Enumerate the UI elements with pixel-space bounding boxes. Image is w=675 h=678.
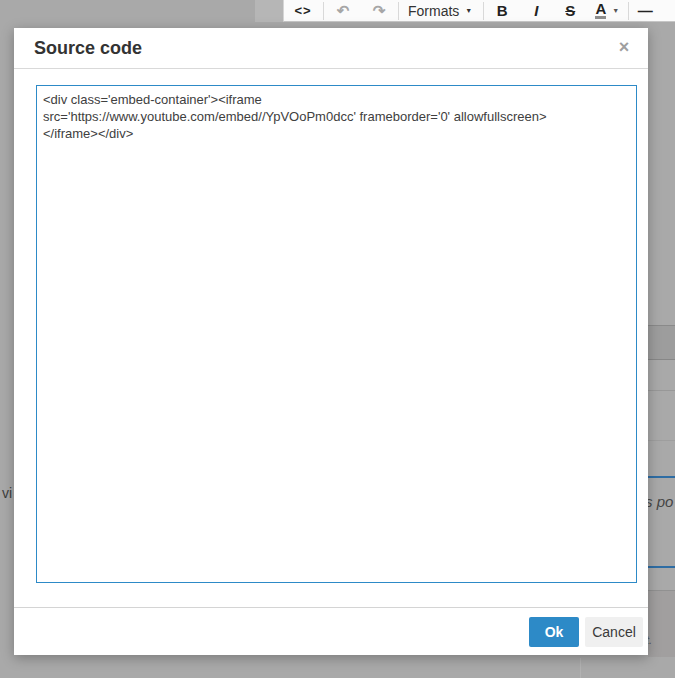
background-text-fragment-left: vi bbox=[2, 485, 12, 501]
text-color-button[interactable]: A ▼ bbox=[587, 0, 627, 22]
redo-icon[interactable]: ↷ bbox=[361, 0, 397, 22]
toolbar-separator bbox=[398, 2, 399, 20]
strikethrough-button[interactable]: S bbox=[553, 0, 587, 22]
chevron-down-icon: ▼ bbox=[465, 7, 472, 14]
background-divider-fragment bbox=[580, 658, 581, 678]
background-panel-fragment bbox=[648, 325, 675, 360]
formats-label: Formats bbox=[408, 3, 459, 19]
focused-field-border-fragment bbox=[648, 476, 675, 478]
dialog-footer: Ok Cancel bbox=[14, 607, 648, 655]
source-code-dialog: Source code × Ok Cancel bbox=[14, 28, 648, 655]
editor-toolbar: <> ↶ ↷ Formats ▼ B I S A ▼ — bbox=[283, 0, 675, 22]
background-panel-fragment bbox=[648, 590, 675, 657]
background-text-fragment-right: s po bbox=[645, 493, 673, 510]
dialog-header[interactable]: Source code × bbox=[14, 28, 648, 69]
source-code-icon[interactable]: <> bbox=[284, 0, 322, 22]
strikethrough-glyph: S bbox=[565, 2, 575, 19]
page-column-strip bbox=[255, 0, 283, 22]
italic-button[interactable]: I bbox=[519, 0, 553, 22]
dialog-title: Source code bbox=[34, 28, 142, 68]
source-code-textarea[interactable] bbox=[36, 85, 637, 583]
background-divider-fragment bbox=[648, 390, 675, 391]
toolbar-separator bbox=[323, 2, 324, 20]
bold-button[interactable]: B bbox=[485, 0, 519, 22]
formats-dropdown[interactable]: Formats ▼ bbox=[400, 0, 482, 22]
chevron-down-icon: ▼ bbox=[612, 7, 619, 14]
undo-icon[interactable]: ↶ bbox=[325, 0, 361, 22]
cancel-button[interactable]: Cancel bbox=[585, 617, 643, 647]
focused-field-border-fragment bbox=[648, 566, 675, 568]
horizontal-rule-button[interactable]: — bbox=[630, 0, 660, 22]
background-divider-fragment bbox=[648, 440, 675, 441]
toolbar-separator bbox=[483, 2, 484, 20]
text-color-glyph: A bbox=[595, 2, 606, 19]
toolbar-separator bbox=[628, 2, 629, 20]
ok-button[interactable]: Ok bbox=[529, 617, 579, 647]
close-icon[interactable]: × bbox=[613, 28, 635, 66]
